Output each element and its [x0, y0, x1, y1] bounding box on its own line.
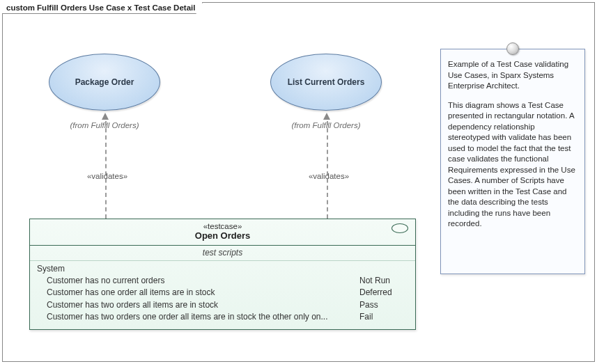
testcase-stereotype: «testcase» [34, 222, 411, 230]
testcase-header: «testcase» Open Orders [30, 219, 415, 246]
script-desc: Customer has two orders all items are in… [47, 299, 359, 311]
testcase-name: Open Orders [34, 230, 411, 241]
script-desc: Customer has no current orders [47, 275, 359, 287]
arrowhead-icon [102, 113, 109, 120]
usecase-package-order-from: (from Fulfill Orders) [49, 121, 160, 129]
script-status: Not Run [359, 275, 408, 287]
table-row[interactable]: Customer has no current orders Not Run [37, 275, 408, 287]
note-paragraph: This diagram shows a Test Case presented… [448, 100, 577, 230]
testcase-body: System Customer has no current orders No… [30, 261, 415, 329]
testcase-open-orders[interactable]: «testcase» Open Orders test scripts Syst… [29, 219, 416, 330]
diagram-canvas: Package Order (from Fulfill Orders) List… [3, 3, 594, 361]
usecase-list-current-orders[interactable]: List Current Orders [270, 54, 382, 111]
testcase-group-system: System [37, 264, 408, 274]
testcase-section-label: test scripts [30, 246, 415, 261]
dependency-line[interactable] [105, 121, 107, 219]
dependency-line[interactable] [327, 121, 328, 219]
script-status: Pass [359, 299, 408, 311]
note-paragraph: Example of a Test Case validating Use Ca… [448, 59, 577, 92]
arrowhead-icon [323, 113, 330, 120]
dependency-stereotype: «validates» [294, 172, 364, 180]
dependency-stereotype: «validates» [72, 172, 142, 180]
usecase-package-order[interactable]: Package Order [49, 54, 160, 111]
usecase-list-orders-from: (from Fulfill Orders) [270, 121, 382, 129]
table-row[interactable]: Customer has two orders all items are in… [37, 299, 408, 311]
diagram-frame: custom Fulfill Orders Use Case x Test Ca… [2, 2, 595, 362]
ellipse-icon [391, 223, 408, 233]
table-row[interactable]: Customer has one order all items are in … [37, 287, 408, 299]
note-box[interactable]: Example of a Test Case validating Use Ca… [440, 49, 585, 274]
pushpin-icon [506, 42, 519, 55]
usecase-label: Package Order [75, 77, 134, 87]
table-row[interactable]: Customer has two orders one order all it… [37, 311, 408, 323]
script-status: Deferred [359, 287, 408, 299]
script-desc: Customer has one order all items are in … [47, 287, 359, 299]
usecase-label: List Current Orders [288, 77, 365, 87]
script-desc: Customer has two orders one order all it… [47, 311, 359, 323]
script-status: Fail [359, 311, 408, 323]
